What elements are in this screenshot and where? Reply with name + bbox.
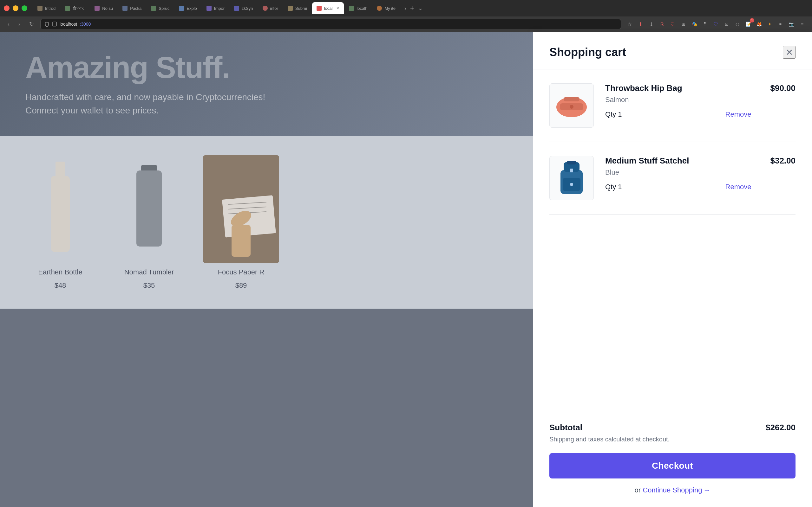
- svg-rect-11: [232, 225, 251, 257]
- cart-title: Shopping cart: [549, 46, 626, 59]
- back-button[interactable]: ‹: [5, 20, 12, 29]
- tab-favicon: [288, 6, 293, 11]
- tab-favicon: [316, 6, 322, 11]
- subtotal-row: Subtotal $262.00: [549, 423, 796, 433]
- reload-button[interactable]: ↻: [27, 19, 37, 29]
- svg-rect-1: [55, 162, 65, 177]
- svg-point-21: [570, 183, 573, 186]
- scene-svg: [203, 155, 279, 263]
- item-remove-hipbag[interactable]: Remove: [725, 110, 751, 118]
- tab-submi[interactable]: Submi: [283, 2, 311, 14]
- tab-favicon: [95, 6, 100, 11]
- item-name-satchel: Medium Stuff Satchel: [605, 156, 751, 166]
- item-name-hipbag: Throwback Hip Bag: [605, 83, 751, 93]
- item-qty-row-satchel: Qty 1 Remove: [605, 183, 751, 191]
- star-icon[interactable]: ✦: [765, 19, 774, 29]
- tabs-scroll-right-icon[interactable]: ›: [403, 4, 408, 13]
- cart-panel: Shopping cart ✕ Throwback: [533, 32, 812, 507]
- tab-myite[interactable]: My ite: [372, 2, 400, 14]
- tab-food[interactable]: 食べて: [61, 2, 90, 14]
- product-card-bottle[interactable]: Earthen Bottle $48: [26, 155, 95, 290]
- address-port: :3000: [80, 21, 91, 26]
- fox-icon[interactable]: 🦊: [754, 19, 764, 29]
- tab-bar: Introd 食べて No su Packa Spruc Explo Impor: [0, 0, 812, 16]
- item-remove-satchel[interactable]: Remove: [725, 183, 751, 191]
- product-price-bottle: $48: [55, 281, 66, 290]
- pocket-icon[interactable]: ⬇: [636, 19, 645, 29]
- product-card-tumbler[interactable]: Nomad Tumbler $35: [114, 155, 184, 290]
- tab-zksy[interactable]: zkSyn: [230, 2, 257, 14]
- close-control[interactable]: [4, 5, 9, 11]
- tab-packa[interactable]: Packa: [118, 2, 146, 14]
- tab-favicon: [349, 6, 354, 11]
- page-icon: [52, 21, 57, 26]
- capture-icon[interactable]: ⊡: [722, 19, 731, 29]
- product-price-tumbler: $35: [143, 281, 155, 290]
- forward-button[interactable]: ›: [16, 20, 23, 29]
- bottle-svg: [48, 162, 73, 257]
- tab-nosu[interactable]: No su: [90, 2, 117, 14]
- checkout-button[interactable]: Checkout: [549, 453, 796, 478]
- product-image-bottle: [26, 155, 95, 263]
- tab-list-icon[interactable]: ⌄: [417, 3, 424, 13]
- item-variant-hipbag: Salmon: [605, 96, 751, 104]
- product-card-paper[interactable]: Focus Paper R $89: [203, 155, 279, 290]
- tab-favicon: [38, 6, 43, 11]
- maximize-control[interactable]: [21, 5, 27, 11]
- menu-icon[interactable]: ≡: [798, 19, 807, 29]
- camera-icon[interactable]: 📷: [786, 19, 796, 29]
- tab-spruc[interactable]: Spruc: [147, 2, 174, 14]
- shield-red-icon[interactable]: 🛡: [668, 19, 677, 29]
- cart-item: Medium Stuff Satchel Blue Qty 1 Remove $…: [549, 142, 796, 215]
- download-icon[interactable]: ⤓: [647, 19, 656, 29]
- item-price-satchel: $32.00: [770, 156, 796, 166]
- item-qty-hipbag: Qty 1: [605, 110, 622, 118]
- new-tab-icon[interactable]: +: [409, 3, 415, 14]
- apps-icon[interactable]: ⠿: [700, 19, 710, 29]
- tab-favicon: [151, 6, 156, 11]
- product-image-paper: [203, 155, 279, 263]
- tab-local-active[interactable]: local ✕: [312, 2, 344, 14]
- tab-local2[interactable]: localh: [345, 2, 372, 14]
- face-icon[interactable]: 🎭: [690, 19, 699, 29]
- tab-label: infor: [270, 6, 278, 11]
- writing-scene: [203, 155, 279, 263]
- tab-explo[interactable]: Explo: [174, 2, 201, 14]
- item-image-hipbag: [549, 83, 594, 128]
- satchel-svg: [556, 161, 588, 195]
- window-controls: [4, 5, 27, 11]
- tab-intro[interactable]: Introd: [33, 2, 60, 14]
- browser-chrome: Introd 食べて No su Packa Spruc Explo Impor: [0, 0, 812, 32]
- shipping-note: Shipping and taxes calculated at checkou…: [549, 436, 796, 443]
- item-image-satchel: [549, 156, 594, 200]
- hero-subtitle-line2: Connect your wallet to see prices.: [26, 106, 159, 115]
- note-badge-icon[interactable]: 📝 1: [744, 19, 753, 29]
- item-qty-row-hipbag: Qty 1 Remove: [605, 110, 751, 118]
- product-image-tumbler: [114, 155, 184, 263]
- shield-blue-icon[interactable]: 🛡: [711, 19, 721, 29]
- toolbar-icons: ☆ ⬇ ⤓ R 🛡 ⊞ 🎭 ⠿ 🛡 ⊡ ◎ 📝 1 🦊 ✦ ✒ 📷 ≡: [625, 19, 807, 29]
- hero-title: Amazing Stuff.: [26, 51, 507, 84]
- subtotal-value: $262.00: [766, 423, 796, 433]
- minimize-control[interactable]: [13, 5, 18, 11]
- grid-icon[interactable]: ⊞: [679, 19, 688, 29]
- continue-shopping-link[interactable]: Continue Shopping: [643, 486, 710, 494]
- hero-subtitle: Handcrafted with care, and now payable i…: [26, 91, 507, 117]
- r-icon[interactable]: R: [657, 19, 667, 29]
- tumbler-svg: [133, 165, 165, 253]
- tab-impor[interactable]: Impor: [202, 2, 229, 14]
- cart-footer: Subtotal $262.00 Shipping and taxes calc…: [533, 410, 812, 507]
- bookmark-icon[interactable]: ☆: [625, 19, 635, 29]
- main-area: Amazing Stuff. Handcrafted with care, an…: [0, 32, 812, 507]
- tab-label: Submi: [295, 6, 307, 11]
- pen-icon[interactable]: ✒: [776, 19, 785, 29]
- tab-infor[interactable]: infor: [258, 2, 283, 14]
- cart-close-button[interactable]: ✕: [783, 46, 796, 59]
- tab-favicon: [234, 6, 239, 11]
- relay-icon[interactable]: ◎: [733, 19, 742, 29]
- svg-rect-4: [136, 170, 162, 246]
- tab-nav-actions: › + ⌄: [403, 3, 424, 14]
- cart-item: Throwback Hip Bag Salmon Qty 1 Remove $9…: [549, 69, 796, 142]
- address-input-container[interactable]: localhost:3000: [40, 19, 621, 29]
- tab-close-icon[interactable]: ✕: [336, 6, 339, 10]
